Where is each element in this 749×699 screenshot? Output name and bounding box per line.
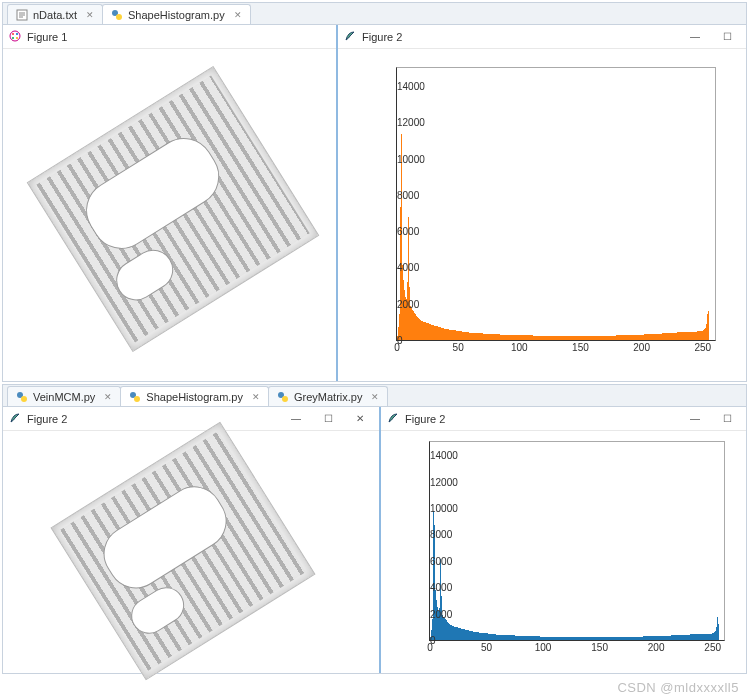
- y-tick-label: 12000: [397, 117, 401, 128]
- x-tick-label: 150: [572, 340, 589, 353]
- figure1-titlebar[interactable]: Figure 1: [3, 25, 336, 49]
- svg-point-7: [16, 37, 18, 39]
- figure1-title: Figure 1: [27, 31, 67, 43]
- x-tick-label: 100: [535, 640, 552, 653]
- histogram-chart-blue: 0200040006000800010000120001400005010015…: [385, 435, 735, 663]
- histogram-chart-orange: 0200040006000800010000120001400005010015…: [348, 59, 728, 369]
- figure2-canvas-bottom: 0200040006000800010000120001400005010015…: [381, 431, 746, 673]
- py-file-icon: [277, 391, 289, 403]
- close-icon[interactable]: ✕: [104, 392, 112, 402]
- y-tick-label: 14000: [430, 450, 434, 461]
- workspace-top: nData.txt ✕ ShapeHistogram.py ✕ Figure 1: [2, 2, 747, 382]
- figure-left-canvas-bottom: [3, 431, 379, 673]
- figure1-window: Figure 1: [3, 25, 338, 381]
- tab-ndata[interactable]: nData.txt ✕: [7, 4, 103, 24]
- x-tick-label: 0: [427, 640, 433, 653]
- tab-label: VeinMCM.py: [33, 391, 95, 403]
- close-icon[interactable]: ✕: [234, 10, 242, 20]
- tab-label: ShapeHistogram.py: [128, 9, 225, 21]
- close-icon[interactable]: ✕: [86, 10, 94, 20]
- split-panes-top: Figure 1 Figure 2 — ☐: [3, 25, 746, 381]
- y-tick-label: 6000: [397, 226, 401, 237]
- x-tick-label: 50: [453, 340, 464, 353]
- x-tick-label: 250: [704, 640, 721, 653]
- close-icon[interactable]: ✕: [252, 392, 260, 402]
- py-file-icon: [111, 9, 123, 21]
- palette-icon: [9, 30, 21, 44]
- svg-point-4: [12, 33, 14, 35]
- svg-point-2: [116, 14, 122, 20]
- y-tick-label: 4000: [430, 582, 434, 593]
- minimize-button[interactable]: —: [283, 413, 309, 424]
- figure2-titlebar-bottom[interactable]: Figure 2 — ☐: [381, 407, 746, 431]
- y-tick-label: 12000: [430, 476, 434, 487]
- feather-icon: [387, 412, 399, 426]
- y-tick-label: 8000: [397, 189, 401, 200]
- y-tick-label: 6000: [430, 555, 434, 566]
- svg-point-6: [12, 37, 14, 39]
- y-tick-label: 2000: [430, 608, 434, 619]
- figure-left-title: Figure 2: [27, 413, 67, 425]
- maximize-button[interactable]: ☐: [714, 31, 740, 42]
- y-tick-label: 10000: [430, 503, 434, 514]
- watermark-text: CSDN @mldxxxxll5: [617, 680, 739, 695]
- svg-point-5: [16, 33, 18, 35]
- workspace-bottom: VeinMCM.py ✕ ShapeHistogram.py ✕ GreyMat…: [2, 384, 747, 674]
- figure1-canvas: [3, 49, 336, 381]
- tab-label: nData.txt: [33, 9, 77, 21]
- tab-shapehistogram-b[interactable]: ShapeHistogram.py ✕: [120, 386, 269, 406]
- minimize-button[interactable]: —: [682, 413, 708, 424]
- tab-veinmcm[interactable]: VeinMCM.py ✕: [7, 386, 121, 406]
- split-panes-bottom: Figure 2 — ☐ ✕ Figure 2: [3, 407, 746, 673]
- tab-greymatrix[interactable]: GreyMatrix.py ✕: [268, 386, 388, 406]
- editor-tabs-bottom: VeinMCM.py ✕ ShapeHistogram.py ✕ GreyMat…: [3, 385, 746, 407]
- y-tick-label: 14000: [397, 81, 401, 92]
- svg-point-9: [21, 396, 27, 402]
- svg-point-13: [282, 396, 288, 402]
- maximize-button[interactable]: ☐: [714, 413, 740, 424]
- maximize-button[interactable]: ☐: [315, 413, 341, 424]
- figure2-titlebar-top[interactable]: Figure 2 — ☐: [338, 25, 746, 49]
- py-file-icon: [129, 391, 141, 403]
- py-file-icon: [16, 391, 28, 403]
- figure-left-window-bottom: Figure 2 — ☐ ✕: [3, 407, 381, 673]
- x-tick-label: 200: [633, 340, 650, 353]
- feather-icon: [344, 30, 356, 44]
- figure2-canvas-top: 0200040006000800010000120001400005010015…: [338, 49, 746, 381]
- tab-shapehistogram[interactable]: ShapeHistogram.py ✕: [102, 4, 251, 24]
- figure-left-titlebar-bottom[interactable]: Figure 2 — ☐ ✕: [3, 407, 379, 431]
- y-tick-label: 10000: [397, 153, 401, 164]
- figure2-title: Figure 2: [405, 413, 445, 425]
- editor-tabs-top: nData.txt ✕ ShapeHistogram.py ✕: [3, 3, 746, 25]
- x-tick-label: 150: [591, 640, 608, 653]
- txt-file-icon: [16, 9, 28, 21]
- close-button[interactable]: ✕: [347, 413, 373, 424]
- minimize-button[interactable]: —: [682, 31, 708, 42]
- x-tick-label: 50: [481, 640, 492, 653]
- x-tick-label: 100: [511, 340, 528, 353]
- x-tick-label: 250: [694, 340, 711, 353]
- y-tick-label: 2000: [397, 298, 401, 309]
- svg-point-3: [10, 31, 20, 41]
- figure2-window-bottom: Figure 2 — ☐ 020004000600080001000012000…: [381, 407, 746, 673]
- x-tick-label: 200: [648, 640, 665, 653]
- svg-point-11: [134, 396, 140, 402]
- figure2-window-top: Figure 2 — ☐ 020004000600080001000012000…: [338, 25, 746, 381]
- figure2-title: Figure 2: [362, 31, 402, 43]
- close-icon[interactable]: ✕: [371, 392, 379, 402]
- x-tick-label: 0: [394, 340, 400, 353]
- y-tick-label: 8000: [430, 529, 434, 540]
- tab-label: GreyMatrix.py: [294, 391, 362, 403]
- y-tick-label: 4000: [397, 262, 401, 273]
- tab-label: ShapeHistogram.py: [146, 391, 243, 403]
- feather-icon: [9, 412, 21, 426]
